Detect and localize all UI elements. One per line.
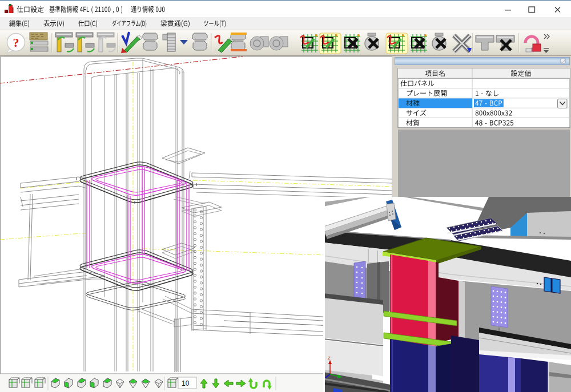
svg-text:Z: Z [328,355,331,361]
svg-text:10: 10 [182,379,190,387]
svg-text:?: ? [13,35,19,50]
